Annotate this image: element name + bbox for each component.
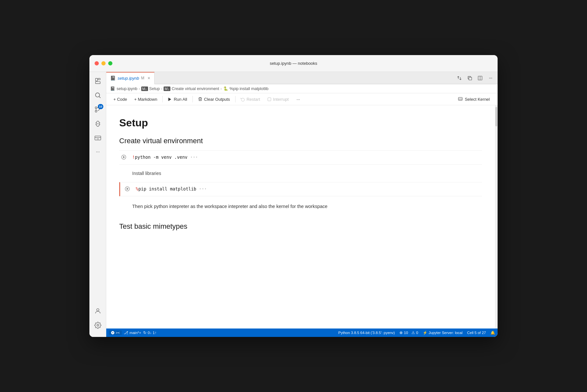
cell-body-2: %pip install matplotlib ···: [136, 186, 482, 193]
run-cell-2-icon[interactable]: [125, 186, 130, 193]
tab-setup-ipynb[interactable]: 📓 setup.ipynb M ×: [106, 72, 155, 84]
select-kernel-button[interactable]: Select Kernel: [454, 95, 494, 103]
scrollbar[interactable]: [495, 105, 498, 329]
clear-outputs-button[interactable]: Clear Outputs: [195, 96, 233, 103]
jupyter-server-status[interactable]: ⚡ Jupyter Server: local: [423, 330, 463, 335]
sidebar-item-debug[interactable]: [91, 117, 104, 130]
sidebar-item-remote[interactable]: [91, 132, 104, 144]
scroll-thumb[interactable]: [495, 107, 497, 126]
cell-markdown-1: Install libraries: [119, 167, 482, 179]
ellipsis-icon: ···: [489, 75, 492, 81]
run-all-button[interactable]: Run All: [165, 96, 190, 103]
sidebar-item-explorer[interactable]: [91, 75, 104, 87]
maximize-button[interactable]: [108, 61, 112, 65]
sidebar-item-source-control[interactable]: 10: [91, 103, 104, 116]
main-layout: 10 ···: [89, 72, 498, 337]
markdown-icon-1: M↓: [141, 86, 148, 91]
cell-info-status[interactable]: Cell 5 of 27: [467, 331, 486, 335]
python-version-status[interactable]: Python 3.8.5 64-bit ('3.8.5': pyenv): [338, 331, 395, 335]
activity-more[interactable]: ···: [96, 146, 99, 158]
select-kernel-label: Select Kernel: [465, 97, 490, 102]
code-line-2: %pip install matplotlib ···: [136, 186, 482, 193]
errors-status[interactable]: ⊗ 10 ⚠ 0: [399, 330, 418, 335]
notebook-heading-2: Create virtual environment: [119, 137, 482, 145]
minimize-button[interactable]: [101, 61, 106, 65]
code-cell-1[interactable]: !python -m venv .venv ···: [119, 150, 482, 165]
notifications-status[interactable]: 🔔: [490, 330, 495, 335]
svg-rect-9: [95, 136, 100, 140]
tab-close-button[interactable]: ×: [148, 75, 150, 81]
code-prefix-2: %: [136, 186, 138, 191]
add-markdown-button[interactable]: + Markdown: [131, 96, 160, 103]
traffic-lights: [95, 61, 112, 65]
source-control-badge: 10: [98, 104, 103, 109]
code-line-1: !python -m venv .venv ···: [132, 154, 482, 161]
branch-name: main*+: [130, 331, 141, 335]
sync-status[interactable]: ↻ 0↓ 1↑: [143, 330, 157, 335]
notifications-icon: 🔔: [490, 330, 495, 335]
sidebar-item-search[interactable]: [91, 89, 104, 102]
cell-gutter-1: [119, 154, 128, 161]
code-ellipsis-1: ···: [188, 155, 198, 160]
restart-button[interactable]: Restart: [237, 96, 263, 103]
code-ellipsis-2: ···: [196, 186, 207, 191]
code-cell-2[interactable]: %pip install matplotlib ···: [119, 182, 482, 196]
svg-rect-14: [469, 77, 472, 80]
cell-info-text: Cell 5 of 27: [467, 331, 486, 335]
cell-body-1: !python -m venv .venv ···: [132, 154, 482, 161]
python-icon: 🐍: [223, 86, 228, 91]
code-text-1: python -m venv .venv: [135, 155, 188, 160]
jupyter-server-text: Jupyter Server: local: [429, 331, 463, 335]
breadcrumb-item-3[interactable]: 🐍 %pip install matplotlib: [223, 86, 269, 91]
clear-outputs-label: Clear Outputs: [204, 97, 230, 102]
title-bar: setup.ipynb — notebooks: [89, 55, 498, 72]
python-version-text: Python 3.8.5 64-bit ('3.8.5': pyenv): [338, 331, 395, 335]
copy-action[interactable]: [465, 74, 474, 83]
breadcrumb-item-1[interactable]: M↓ Setup: [141, 86, 160, 91]
svg-point-7: [95, 110, 97, 112]
add-code-button[interactable]: + Code: [110, 96, 130, 103]
warning-count: 0: [416, 331, 418, 335]
sidebar-item-settings[interactable]: [91, 319, 104, 332]
more-tab-actions[interactable]: ···: [486, 74, 495, 83]
breadcrumb-item-0[interactable]: 📓 setup.ipynb: [110, 86, 137, 91]
svg-marker-26: [123, 156, 125, 158]
sync-info: 0↓ 1↑: [148, 331, 157, 335]
svg-line-4: [99, 97, 100, 98]
svg-rect-2: [98, 78, 100, 80]
activity-bar: 10 ···: [89, 72, 106, 337]
split-editor-action[interactable]: [476, 74, 485, 83]
restart-label: Restart: [247, 97, 260, 102]
breadcrumb: 📓 setup.ipynb › M↓ Setup › M↓ Create vir…: [106, 84, 498, 93]
activity-bar-bottom: [91, 305, 104, 334]
notebook-heading-1: Setup: [119, 117, 482, 129]
more-toolbar-actions[interactable]: ···: [293, 96, 303, 103]
markdown-icon-2: M↓: [164, 86, 170, 91]
svg-rect-1: [95, 82, 100, 84]
svg-point-13: [97, 324, 99, 326]
cell-description: Then pick python intepreter as the works…: [119, 199, 482, 214]
breadcrumb-sep-1: ›: [161, 86, 162, 91]
source-control-action[interactable]: [455, 74, 464, 83]
breadcrumb-sep-0: ›: [139, 86, 140, 91]
code-prefix-1: !: [132, 155, 135, 160]
breadcrumb-label-2: Create virtual environment: [172, 86, 219, 91]
sidebar-item-account[interactable]: [91, 305, 104, 317]
error-icon: ⊗: [399, 330, 403, 335]
run-all-label: Run All: [174, 97, 187, 102]
notebook-toolbar: + Code + Markdown Run All: [106, 93, 498, 105]
tab-actions: ···: [455, 72, 498, 84]
breadcrumb-sep-2: ›: [221, 86, 222, 91]
branch-icon: ⎇: [124, 330, 128, 335]
notebook-icon: 📓: [110, 86, 115, 91]
breadcrumb-item-2[interactable]: M↓ Create virtual environment: [164, 86, 219, 91]
close-button[interactable]: [95, 61, 99, 65]
window-title: setup.ipynb — notebooks: [270, 61, 317, 66]
app-window: setup.ipynb — notebooks: [89, 55, 498, 337]
editor-area: 📓 setup.ipynb M ×: [106, 72, 498, 337]
breadcrumb-label-3: %pip install matplotlib: [230, 86, 269, 91]
interrupt-button[interactable]: Interrupt: [264, 96, 292, 103]
remote-indicator[interactable]: ><: [109, 330, 122, 335]
branch-status[interactable]: ⎇ main*+: [124, 330, 141, 335]
run-cell-1-icon[interactable]: [121, 155, 126, 161]
